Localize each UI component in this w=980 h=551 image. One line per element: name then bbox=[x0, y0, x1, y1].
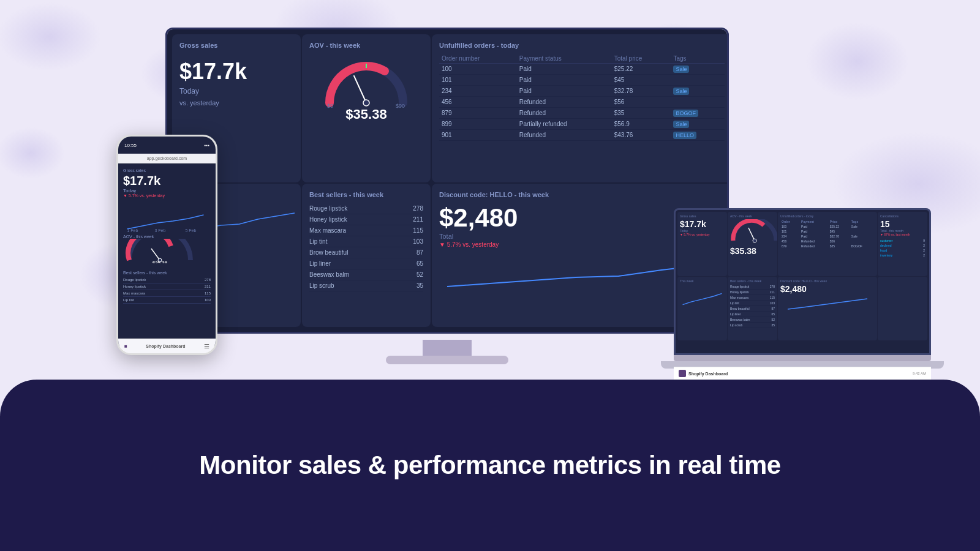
seller-name: Rouge lipstick bbox=[309, 205, 347, 212]
list-item: Beeswax balm 52 bbox=[309, 269, 423, 280]
list-item: Honey lipstick 211 bbox=[730, 290, 775, 295]
l-discount-card: Discount code: HELLO - this week $2,480 bbox=[778, 277, 877, 341]
l-empty-card bbox=[878, 277, 927, 341]
desktop-monitor: Gross sales $17.7k Today vs. yesterday A… bbox=[165, 28, 729, 370]
aov-card: AOV - this week $0 $90 bbox=[302, 34, 431, 182]
list-item: Honey lipstick 211 bbox=[309, 214, 423, 225]
l-unfulfilled-title: Unfulfilled orders - today bbox=[780, 214, 875, 218]
seller-count: 103 bbox=[413, 238, 423, 245]
list-item: Lip liner 65 bbox=[309, 258, 423, 269]
seller-name: Honey lipstick bbox=[309, 216, 347, 223]
phone-best-sellers-title: Best sellers - this week bbox=[123, 271, 211, 275]
phone-seller-name: Lip tint bbox=[123, 298, 134, 302]
list-item: Lip tint 103 bbox=[123, 297, 211, 304]
l-chart-title: This week bbox=[680, 279, 725, 283]
phone-aov-title: AOV - this week bbox=[123, 234, 211, 239]
l-seller-count: 103 bbox=[770, 301, 775, 305]
gross-amount: $17.7k bbox=[179, 59, 293, 84]
dashboard: Gross sales $17.7k Today vs. yesterday A… bbox=[167, 29, 727, 332]
laptop-screen: Gross sales $17.7k Today ▼ 5.7% vs. yest… bbox=[674, 208, 931, 355]
l-unfulfilled-card: Unfulfilled orders - today Order Payment… bbox=[778, 212, 877, 276]
best-sellers-list: Rouge lipstick 278 Honey lipstick 211 Ma… bbox=[309, 203, 423, 291]
svg-text:$35.38: $35.38 bbox=[153, 260, 168, 263]
l-best-sellers-card: Best sellers - this week Rouge lipstick … bbox=[728, 277, 777, 341]
l-seller-name: Lip scrub bbox=[730, 323, 742, 327]
phone-menu-icon[interactable]: ☰ bbox=[204, 343, 209, 350]
phone-change: ▼ 5.7% vs. yesterday bbox=[123, 193, 211, 198]
list-item: Brow beautiful 87 bbox=[309, 247, 423, 258]
l-best-sellers-title: Best sellers - this week bbox=[730, 279, 775, 283]
phone-seller-count: 211 bbox=[205, 285, 211, 288]
table-row: 901 Refunded $43.76 HELLO bbox=[439, 130, 725, 141]
list-item: Honey lipstick 211 bbox=[123, 283, 211, 290]
l-discount-title: Discount code: HELLO - this week bbox=[780, 279, 875, 283]
table-row: 899 Partially refunded $56.9 Sale bbox=[439, 119, 725, 130]
l-sparkline bbox=[680, 284, 725, 309]
mobile-phone: 10:55 ▪▪▪ app.geckoboard.com Gross sales… bbox=[116, 135, 217, 355]
seller-count: 65 bbox=[417, 260, 423, 267]
l-seller-name: Brow beautiful bbox=[730, 307, 750, 310]
table-row: 234 Paid $32.78 Sale bbox=[439, 86, 725, 97]
list-item: Lip liner 65 bbox=[730, 312, 775, 317]
seller-name: Lip tint bbox=[309, 238, 327, 245]
l-orders-table: Order Payment Price Tags 100Paid$25.22Sa… bbox=[780, 219, 875, 249]
laptop-sellers-list: Rouge lipstick 278 Honey lipstick 211 Ma… bbox=[730, 284, 775, 328]
col-order-number: Order number bbox=[439, 54, 517, 64]
phone-today: Today bbox=[123, 188, 211, 193]
phone-seller-count: 278 bbox=[205, 278, 211, 282]
l-seller-name: Lip tint bbox=[730, 301, 739, 305]
svg-text:1 Feb: 1 Feb bbox=[127, 228, 138, 232]
vs-text: vs. yesterday bbox=[179, 99, 293, 107]
l-cancel-title: Cancellations bbox=[880, 214, 925, 218]
discount-title: Discount code: HELLO - this week bbox=[439, 191, 725, 198]
l-cancel-total: 15 bbox=[880, 219, 925, 229]
gauge-container: $0 $90 $35.38 bbox=[309, 54, 423, 122]
phone-sellers-list: Rouge lipstick 278 Honey lipstick 211 Ma… bbox=[123, 277, 211, 304]
phone-chart-area: 1 Feb 3 Feb 5 Feb bbox=[123, 201, 211, 232]
l-discount-amount: $2,480 bbox=[780, 284, 875, 294]
l-reasons: customer9 declined2 fraud2 inventory2 bbox=[880, 239, 925, 257]
svg-text:3 Feb: 3 Feb bbox=[155, 228, 166, 232]
l-aov-card: AOV - this week $35.38 bbox=[728, 212, 777, 276]
l-seller-count: 35 bbox=[771, 323, 775, 327]
list-item: Max mascara 115 bbox=[123, 290, 211, 297]
svg-point-16 bbox=[753, 239, 756, 242]
monitor-base bbox=[386, 356, 508, 364]
svg-text:5 Feb: 5 Feb bbox=[186, 228, 197, 232]
table-row: 879 Refunded $35 BOGOF bbox=[439, 108, 725, 119]
table-row: 101 Paid $45 bbox=[439, 75, 725, 86]
list-item: Max mascara 115 bbox=[730, 295, 775, 301]
l-seller-count: 211 bbox=[770, 290, 775, 294]
list-item: Beeswax balm 52 bbox=[730, 317, 775, 323]
aov-amount: $35.38 bbox=[345, 107, 386, 122]
seller-name: Lip scrub bbox=[309, 282, 334, 289]
l-seller-count: 65 bbox=[771, 312, 775, 316]
phone-amount: $17.7k bbox=[123, 174, 211, 188]
svg-point-2 bbox=[363, 100, 369, 106]
list-item: Rouge lipstick 278 bbox=[309, 203, 423, 214]
phone-content: Gross sales $17.7k Today ▼ 5.7% vs. yest… bbox=[118, 163, 216, 346]
phone-seller-name: Honey lipstick bbox=[123, 285, 146, 288]
l-seller-name: Lip liner bbox=[730, 312, 741, 316]
phone-gauge: $35.38 bbox=[123, 239, 197, 263]
gross-label: Today bbox=[179, 87, 293, 96]
l-discount-sparkline bbox=[780, 294, 875, 312]
l-seller-name: Beeswax balm bbox=[730, 318, 750, 321]
phone-sparkline: 1 Feb 3 Feb 5 Feb bbox=[123, 201, 211, 232]
laptop-hinge bbox=[674, 355, 931, 361]
l-gauge bbox=[730, 219, 777, 244]
list-item: Max mascara 115 bbox=[309, 225, 423, 236]
l-seller-count: 87 bbox=[771, 307, 775, 310]
seller-count: 52 bbox=[417, 271, 423, 278]
seller-name: Beeswax balm bbox=[309, 271, 349, 278]
l-gross-title: Gross sales bbox=[680, 214, 725, 218]
table-row: 456 Refunded $56 bbox=[439, 97, 725, 108]
seller-name: Brow beautiful bbox=[309, 249, 348, 256]
best-sellers-title: Best sellers - this week bbox=[309, 191, 423, 198]
list-item: Rouge lipstick 278 bbox=[730, 284, 775, 290]
l-gross-change: ▼ 5.7% vs. yesterday bbox=[680, 233, 725, 236]
phone-seller-name: Rouge lipstick bbox=[123, 278, 146, 282]
svg-text:$0: $0 bbox=[327, 103, 333, 109]
headline: Monitor sales & performance metrics in r… bbox=[199, 451, 780, 480]
l-aov-title: AOV - this week bbox=[730, 214, 775, 218]
